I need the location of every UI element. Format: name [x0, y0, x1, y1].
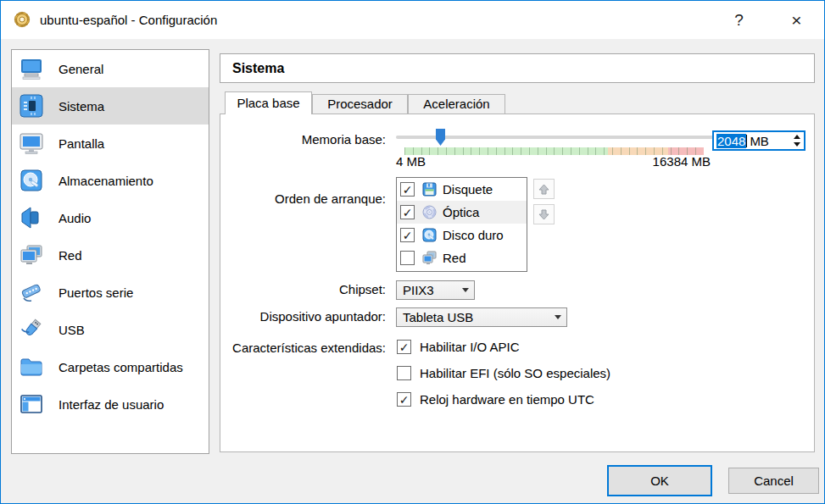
text-caret [746, 135, 747, 147]
boot-checkbox-optica[interactable] [400, 205, 415, 219]
tab-placa-base[interactable]: Placa base [225, 91, 312, 114]
boot-item-label: Disquete [443, 182, 493, 197]
system-icon [19, 93, 44, 119]
boot-item-label: Óptica [443, 205, 479, 219]
close-button[interactable]: × [778, 1, 816, 39]
move-down-button[interactable] [533, 204, 555, 224]
window-title: ubuntu-español - Configuración [40, 1, 217, 39]
memory-slider-track[interactable] [396, 136, 727, 139]
sidebar-item-red[interactable]: Red [12, 236, 209, 274]
sidebar-item-label: Puertos serie [59, 285, 133, 300]
category-sidebar: General Sistema Pantalla Almacenamiento [11, 49, 209, 454]
io-apic-checkbox[interactable] [397, 340, 411, 354]
network-icon [19, 242, 44, 268]
sidebar-item-general[interactable]: General [12, 50, 209, 87]
extended-option-label: Habilitar EFI (sólo SO especiales) [420, 366, 610, 380]
chipset-label: Chipset: [339, 281, 386, 298]
extended-option-efi[interactable]: Habilitar EFI (sólo SO especiales) [397, 366, 610, 380]
extended-option-utc[interactable]: Reloj hardware en tiempo UTC [397, 392, 594, 407]
cancel-button[interactable]: Cancel [728, 468, 819, 494]
extended-features-label: Características extendidas: [232, 340, 386, 357]
extended-option-io-apic[interactable]: Habilitar I/O APIC [397, 340, 520, 354]
display-icon [19, 130, 44, 156]
tab-procesador[interactable]: Procesador [312, 94, 408, 114]
pointing-device-label: Dispositivo apuntador: [260, 308, 386, 325]
boot-item-label: Red [443, 251, 466, 265]
storage-icon [19, 168, 44, 193]
pointing-device-value: Tableta USB [403, 310, 473, 324]
gear-icon [12, 9, 32, 30]
network-boot-icon [421, 250, 438, 266]
floppy-icon [421, 181, 438, 197]
audio-icon [19, 205, 44, 230]
sidebar-item-almacenamiento[interactable]: Almacenamiento [12, 162, 209, 199]
boot-order-list: Disquete Óptica Disco duro [396, 177, 527, 272]
boot-row-optica[interactable]: Óptica [397, 201, 527, 224]
extended-option-label: Habilitar I/O APIC [420, 340, 520, 354]
boot-order-label: Orden de arranque: [275, 191, 386, 208]
memory-value[interactable]: 2048 [716, 134, 746, 148]
spinner-arrows [794, 135, 800, 147]
boot-checkbox-disco-duro[interactable] [400, 228, 415, 242]
sidebar-item-audio[interactable]: Audio [12, 199, 209, 236]
help-button[interactable]: ? [720, 1, 758, 39]
sidebar-item-pantalla[interactable]: Pantalla [12, 125, 209, 162]
arrow-down-icon [538, 209, 549, 220]
memory-min-label: 4 MB [396, 154, 426, 169]
memory-slider-handle[interactable] [436, 129, 445, 146]
sidebar-item-sistema[interactable]: Sistema [12, 87, 209, 125]
memory-label: Memoria base: [302, 131, 386, 148]
memory-unit: MB [750, 134, 769, 148]
sidebar-item-carpetas-compartidas[interactable]: Carpetas compartidas [12, 348, 209, 385]
spin-down-icon[interactable] [794, 142, 800, 147]
sidebar-item-puertos-serie[interactable]: Puertos serie [12, 274, 209, 311]
utc-clock-checkbox[interactable] [397, 392, 411, 407]
general-icon [19, 56, 44, 81]
ok-button[interactable]: OK [607, 465, 712, 496]
sidebar-item-label: Pantalla [59, 136, 104, 151]
sidebar-item-label: General [59, 62, 103, 76]
serial-port-icon [19, 280, 44, 305]
page-header: Sistema [220, 53, 815, 83]
sidebar-item-label: Audio [59, 211, 91, 225]
user-interface-icon [19, 391, 44, 417]
page-title: Sistema [232, 61, 284, 76]
boot-checkbox-red[interactable] [400, 251, 415, 265]
chevron-down-icon [462, 288, 469, 292]
sidebar-item-label: Red [59, 248, 82, 263]
pointing-device-combobox[interactable]: Tableta USB [396, 307, 567, 327]
sidebar-item-label: Interfaz de usuario [59, 397, 164, 412]
sidebar-item-usb[interactable]: USB [12, 311, 209, 348]
memory-spinbox[interactable]: 2048 MB [712, 130, 805, 151]
chevron-down-icon [555, 315, 561, 319]
sidebar-item-label: Almacenamiento [59, 174, 153, 188]
settings-dialog: ubuntu-español - Configuración ? × Gener… [0, 0, 825, 504]
chipset-value: PIIX3 [403, 283, 434, 297]
boot-row-disquete[interactable]: Disquete [397, 178, 527, 201]
boot-item-label: Disco duro [443, 228, 504, 242]
memory-max-label: 16384 MB [653, 154, 711, 169]
shared-folder-icon [19, 354, 44, 379]
tab-aceleracion[interactable]: Aceleración [408, 94, 505, 114]
sidebar-item-label: USB [59, 323, 85, 337]
sidebar-item-label: Carpetas compartidas [59, 360, 183, 374]
efi-checkbox[interactable] [397, 366, 411, 380]
boot-checkbox-disquete[interactable] [400, 182, 415, 197]
move-up-button[interactable] [533, 179, 555, 199]
arrow-up-icon [538, 184, 549, 195]
motherboard-panel: Memoria base: 4 MB 16384 MB 2048 MB Orde… [220, 114, 815, 452]
spin-up-icon[interactable] [794, 135, 800, 139]
optical-disc-icon [421, 204, 438, 220]
usb-icon [19, 317, 44, 342]
titlebar[interactable]: ubuntu-español - Configuración ? × [1, 1, 824, 39]
boot-row-red[interactable]: Red [397, 246, 527, 269]
sidebar-item-interfaz-usuario[interactable]: Interfaz de usuario [12, 385, 209, 423]
extended-option-label: Reloj hardware en tiempo UTC [420, 392, 594, 407]
hard-disk-icon [421, 227, 438, 243]
chipset-combobox[interactable]: PIIX3 [396, 280, 475, 300]
boot-row-disco-duro[interactable]: Disco duro [397, 224, 527, 246]
sidebar-item-label: Sistema [59, 99, 104, 114]
